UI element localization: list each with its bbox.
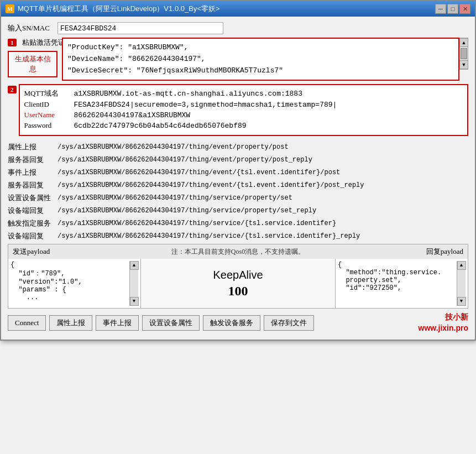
username-value: 866262044304197&a1XSBRUBMXW bbox=[74, 111, 191, 119]
scroll-down-left[interactable]: ▼ bbox=[130, 297, 139, 306]
watermark: 技小新 www.jixin.pro bbox=[419, 312, 469, 333]
username-row: UserName 866262044304197&a1XSBRUBMXW bbox=[24, 111, 463, 119]
topic-value-4: /sys/a1XSBRUBMXW/866262044304197/thing/s… bbox=[57, 194, 292, 202]
mqtt-label: MQTT域名 bbox=[24, 88, 74, 98]
close-button[interactable]: ✕ bbox=[459, 4, 470, 14]
credentials-scrollbar[interactable]: ▲ ▼ bbox=[459, 38, 468, 70]
topic-value-1: /sys/a1XSBRUBMXW/866262044304197/thing/e… bbox=[57, 156, 312, 164]
topic-label-2: 事件上报 bbox=[8, 168, 57, 178]
topic-row-0: 属性上报/sys/a1XSBRUBMXW/866262044304197/thi… bbox=[8, 142, 468, 153]
watermark-line2: www.jixin.pro bbox=[419, 323, 469, 334]
sn-row: 输入SN/MAC bbox=[8, 22, 468, 34]
connect-button[interactable]: Connect bbox=[8, 315, 46, 331]
mqtt-value: a1XSBRUBMXW.iot-as-mqtt.cn-shanghai.aliy… bbox=[74, 90, 302, 98]
topic-value-2: /sys/a1XSBRUBMXW/866262044304197/thing/e… bbox=[57, 169, 340, 176]
credentials-line1: "ProductKey": "a1XSBRUBMXW", bbox=[67, 42, 454, 54]
topic-label-6: 触发指定服务 bbox=[8, 218, 57, 228]
note-text: 注：本工具目前支持Qos0消息，不支持遗嘱。 bbox=[171, 247, 305, 257]
topic-value-6: /sys/a1XSBRUBMXW/866262044304197/thing/s… bbox=[57, 220, 336, 227]
topic-row-2: 事件上报/sys/a1XSBRUBMXW/866262044304197/thi… bbox=[8, 167, 468, 178]
password-row: Password 6cdb22dc747979c6b04ab54c64dedb6… bbox=[24, 121, 463, 130]
password-label: Password bbox=[24, 121, 74, 130]
sn-input[interactable] bbox=[57, 22, 223, 34]
topic-value-7: /sys/a1XSBRUBMXW/866262044304197/thing/s… bbox=[57, 232, 360, 240]
reply-label: 回复payload bbox=[426, 247, 463, 257]
mqtt-domain-row: MQTT域名 a1XSBRUBMXW.iot-as-mqtt.cn-shangh… bbox=[24, 88, 463, 98]
payload-left-scrollbar[interactable]: ▲ ▼ bbox=[129, 261, 138, 306]
scroll-down-btn[interactable]: ▼ bbox=[459, 60, 468, 69]
payload-left-area: { "id"："789", "version":"1.0", "params" … bbox=[8, 259, 141, 308]
buttons-left: Connect 属性上报 事件上报 设置设备属性 触发设备服务 保存到文件 bbox=[8, 315, 314, 331]
clientid-row: ClientID FESA234FBDS24|securemode=3,sign… bbox=[24, 100, 463, 109]
main-window: M MQTT单片机编程工具（阿里云LinkDevelop）V1.0.0_By<零… bbox=[0, 0, 476, 341]
topic-row-5: 设备端回复/sys/a1XSBRUBMXW/866262044304197/th… bbox=[8, 205, 468, 216]
minimize-button[interactable]: ─ bbox=[435, 4, 446, 14]
window-title: MQTT单片机编程工具（阿里云LinkDevelop）V1.0.0_By<零妖> bbox=[18, 4, 220, 14]
topics-area: 属性上报/sys/a1XSBRUBMXW/866262044304197/thi… bbox=[8, 142, 468, 242]
content-area: 输入SN/MAC 1 粘贴激活凭证 生成基本信息 "ProductKey": "… bbox=[1, 17, 475, 340]
topic-row-1: 服务器回复/sys/a1XSBRUBMXW/866262044304197/th… bbox=[8, 154, 468, 165]
topic-row-7: 设备端回复/sys/a1XSBRUBMXW/866262044304197/th… bbox=[8, 231, 468, 242]
password-value: 6cdb22dc747979c6b04ab54c64dedb65076ebf89 bbox=[74, 122, 247, 130]
badge-2: 2 bbox=[8, 86, 17, 93]
clientid-value: FESA234FBDS24|securemode=3,signmethod=hm… bbox=[74, 101, 337, 109]
credentials-area[interactable]: "ProductKey": "a1XSBRUBMXW", "DeviceName… bbox=[62, 38, 459, 81]
topic-value-5: /sys/a1XSBRUBMXW/866262044304197/thing/s… bbox=[57, 207, 316, 215]
credentials-line3: "DeviceSecret": "76NefjqsaxRiW9uthdMBORK… bbox=[67, 65, 454, 77]
bottom-header: 发送payload 注：本工具目前支持Qos0消息，不支持遗嘱。 回复paylo… bbox=[8, 244, 468, 259]
payload-right-scrollbar[interactable]: ▲ ▼ bbox=[457, 261, 465, 306]
credentials-line2: "DeviceName": "866262044304197", bbox=[67, 54, 454, 65]
payload-right-text[interactable]: { "method":"thing.service. property.set"… bbox=[338, 261, 457, 306]
set-property-button[interactable]: 设置设备属性 bbox=[142, 315, 200, 331]
topic-row-6: 触发指定服务/sys/a1XSBRUBMXW/866262044304197/t… bbox=[8, 218, 468, 229]
payload-right-area: { "method":"thing.service. property.set"… bbox=[335, 259, 468, 308]
topic-value-0: /sys/a1XSBRUBMXW/866262044304197/thing/e… bbox=[57, 143, 289, 151]
topic-label-5: 设备端回复 bbox=[8, 206, 57, 216]
topic-label-0: 属性上报 bbox=[8, 142, 57, 152]
topic-label-1: 服务器回复 bbox=[8, 155, 57, 165]
bottom-content: { "id"："789", "version":"1.0", "params" … bbox=[8, 259, 468, 309]
scroll-up-left[interactable]: ▲ bbox=[130, 261, 139, 270]
keepalive-value: 100 bbox=[228, 284, 248, 299]
mqtt-section: MQTT域名 a1XSBRUBMXW.iot-as-mqtt.cn-shangh… bbox=[19, 84, 469, 136]
topic-label-4: 设置设备属性 bbox=[8, 193, 57, 203]
watermark-line1: 技小新 bbox=[419, 312, 469, 323]
topic-value-3: /sys/a1XSBRUBMXW/866262044304197/thing/e… bbox=[57, 181, 364, 189]
title-bar-left: M MQTT单片机编程工具（阿里云LinkDevelop）V1.0.0_By<零… bbox=[6, 4, 220, 14]
app-icon: M bbox=[6, 4, 14, 13]
save-file-button[interactable]: 保存到文件 bbox=[264, 315, 314, 331]
payload-left-text[interactable]: { "id"："789", "version":"1.0", "params" … bbox=[11, 261, 129, 306]
credentials-label: 粘贴激活凭证 bbox=[22, 38, 65, 48]
badge-1: 1 bbox=[8, 39, 17, 46]
credentials-row: 1 粘贴激活凭证 生成基本信息 "ProductKey": "a1XSBRUBM… bbox=[8, 38, 468, 81]
topic-label-7: 设备端回复 bbox=[8, 231, 57, 241]
scroll-up-right[interactable]: ▲ bbox=[457, 261, 466, 270]
event-report-button[interactable]: 事件上报 bbox=[96, 315, 139, 331]
keepalive-title: KeepAlive bbox=[213, 269, 263, 281]
scroll-up-btn[interactable]: ▲ bbox=[459, 38, 468, 47]
scroll-thumb[interactable] bbox=[461, 48, 467, 59]
keepalive-center: KeepAlive 100 bbox=[141, 259, 335, 308]
username-label: UserName bbox=[24, 111, 74, 119]
send-label: 发送payload bbox=[13, 247, 50, 257]
sn-label: 输入SN/MAC bbox=[8, 23, 57, 33]
button-row: Connect 属性上报 事件上报 设置设备属性 触发设备服务 保存到文件 技小… bbox=[8, 312, 468, 333]
maximize-button[interactable]: □ bbox=[447, 4, 458, 14]
scroll-down-right[interactable]: ▼ bbox=[457, 297, 466, 306]
topic-label-3: 服务器回复 bbox=[8, 180, 57, 190]
title-bar: M MQTT单片机编程工具（阿里云LinkDevelop）V1.0.0_By<零… bbox=[1, 1, 475, 17]
topic-row-3: 服务器回复/sys/a1XSBRUBMXW/866262044304197/th… bbox=[8, 180, 468, 191]
trigger-service-button[interactable]: 触发设备服务 bbox=[203, 315, 260, 331]
clientid-label: ClientID bbox=[24, 100, 74, 109]
property-report-button[interactable]: 属性上报 bbox=[49, 315, 92, 331]
title-buttons: ─ □ ✕ bbox=[435, 4, 470, 14]
topic-row-4: 设置设备属性/sys/a1XSBRUBMXW/866262044304197/t… bbox=[8, 192, 468, 203]
gen-info-button[interactable]: 生成基本信息 bbox=[8, 51, 57, 77]
